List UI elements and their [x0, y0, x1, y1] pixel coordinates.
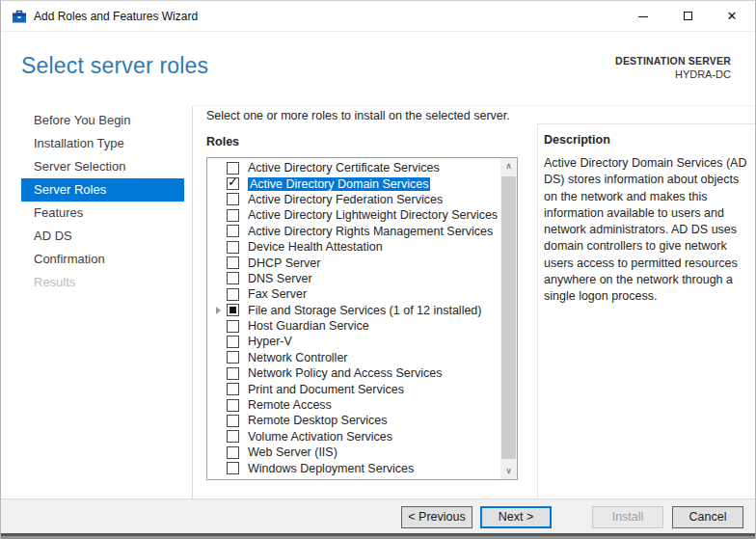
role-label[interactable]: Remote Access [248, 398, 332, 412]
destination-server-label: DESTINATION SERVER [615, 55, 731, 67]
role-checkbox[interactable] [227, 351, 239, 364]
role-label[interactable]: Active Directory Lightweight Directory S… [248, 208, 498, 222]
roles-list-label: Roles [206, 135, 239, 148]
scroll-up-icon[interactable]: ∧ [500, 158, 517, 175]
role-checkbox[interactable] [227, 241, 239, 254]
server-manager-wizard-icon [12, 9, 27, 24]
role-checkbox[interactable] [227, 336, 239, 348]
title-bar: Add Roles and Features Wizard ✕ [1, 1, 755, 32]
header-divider [193, 105, 756, 106]
role-checkbox[interactable] [227, 256, 239, 269]
role-label[interactable]: Active Directory Certificate Services [248, 161, 440, 175]
role-checkbox[interactable] [227, 193, 239, 205]
scroll-down-icon[interactable]: ∨ [500, 463, 517, 479]
role-checkbox[interactable] [227, 430, 239, 443]
role-row-print-and-document-services[interactable]: Print and Document Services [207, 381, 500, 396]
role-row-active-directory-lightweight-directory-services[interactable]: Active Directory Lightweight Directory S… [207, 207, 500, 223]
role-row-file-and-storage-services-1-of-12-installed[interactable]: File and Storage Services (1 of 12 insta… [207, 303, 500, 318]
role-checkbox[interactable] [227, 399, 239, 412]
role-checkbox[interactable] [227, 304, 239, 316]
role-label[interactable]: Print and Document Services [248, 383, 404, 396]
role-row-host-guardian-service[interactable]: Host Guardian Service [207, 318, 500, 334]
scrollbar-thumb[interactable] [501, 176, 516, 459]
role-row-active-directory-federation-services[interactable]: Active Directory Federation Services [207, 192, 500, 207]
role-row-active-directory-domain-services[interactable]: ✓Active Directory Domain Services [207, 175, 500, 191]
role-row-network-controller[interactable]: Network Controller [207, 350, 500, 365]
role-checkbox[interactable] [227, 320, 239, 333]
role-checkbox[interactable] [227, 209, 239, 222]
role-row-remote-desktop-services[interactable]: Remote Desktop Services [207, 413, 500, 428]
role-row-web-server-iis[interactable]: Web Server (IIS) [207, 445, 500, 460]
minimize-button[interactable] [622, 1, 664, 32]
cancel-button[interactable]: Cancel [672, 506, 743, 528]
role-row-volume-activation-services[interactable]: Volume Activation Services [207, 429, 500, 445]
minimize-icon [638, 16, 648, 17]
previous-button[interactable]: < Previous [401, 506, 472, 528]
role-label[interactable]: Active Directory Rights Management Servi… [248, 225, 493, 238]
sidebar-item-ad-ds[interactable]: AD DS [1, 225, 192, 248]
role-checkbox[interactable] [227, 446, 239, 459]
role-row-dns-server[interactable]: DNS Server [207, 271, 500, 286]
window-title: Add Roles and Features Wizard [34, 1, 198, 32]
role-label[interactable]: DHCP Server [248, 256, 320, 270]
role-row-hyper-v[interactable]: Hyper-V [207, 334, 500, 349]
sidebar-item-confirmation[interactable]: Confirmation [1, 248, 192, 271]
checkmark-icon: ✓ [228, 175, 238, 188]
role-row-network-policy-and-access-services[interactable]: Network Policy and Access Services [207, 365, 500, 381]
sidebar-item-server-selection[interactable]: Server Selection [1, 155, 192, 178]
roles-list: Active Directory Certificate Services✓Ac… [207, 158, 500, 479]
role-label[interactable]: Network Controller [248, 351, 348, 364]
page-title: Select server roles [21, 53, 208, 79]
role-label[interactable]: DNS Server [248, 272, 312, 285]
destination-server-block: DESTINATION SERVER HYDRA-DC [615, 55, 731, 80]
role-row-fax-server[interactable]: Fax Server [207, 286, 500, 302]
role-checkbox[interactable] [227, 225, 239, 237]
role-label[interactable]: Device Health Attestation [248, 240, 383, 254]
sidebar-item-installation-type[interactable]: Installation Type [1, 132, 192, 155]
description-top-divider [537, 123, 756, 124]
roles-scrollbar[interactable]: ∧ ∨ [500, 158, 517, 479]
description-heading: Description [544, 133, 610, 147]
role-checkbox[interactable] [227, 415, 239, 427]
role-label[interactable]: Active Directory Domain Services [248, 177, 430, 191]
install-button: Install [592, 506, 663, 528]
role-row-active-directory-rights-management-services[interactable]: Active Directory Rights Management Servi… [207, 224, 500, 239]
role-label[interactable]: Active Directory Federation Services [248, 193, 443, 206]
maximize-button[interactable] [666, 1, 709, 32]
role-checkbox[interactable]: ✓ [227, 177, 239, 190]
description-text: Active Directory Domain Services (AD DS)… [544, 155, 747, 306]
role-label[interactable]: Volume Activation Services [248, 430, 392, 444]
role-label[interactable]: Hyper-V [248, 335, 292, 348]
role-label[interactable]: Network Policy and Access Services [248, 366, 442, 380]
role-row-windows-deployment-services[interactable]: Windows Deployment Services [207, 460, 500, 475]
role-label[interactable]: Fax Server [248, 287, 307, 301]
sidebar-item-server-roles[interactable]: Server Roles [21, 178, 184, 202]
role-checkbox[interactable] [227, 162, 239, 175]
description-left-divider [537, 123, 538, 499]
role-label[interactable]: Remote Desktop Services [248, 414, 388, 427]
sidebar-divider [192, 106, 193, 499]
sidebar-item-before-you-begin[interactable]: Before You Begin [1, 109, 192, 132]
role-label[interactable]: Host Guardian Service [248, 319, 369, 333]
wizard-steps: Before You BeginInstallation TypeServer … [1, 109, 192, 294]
role-label[interactable]: Web Server (IIS) [248, 445, 338, 459]
destination-server-name: HYDRA-DC [615, 68, 731, 80]
role-row-remote-access[interactable]: Remote Access [207, 397, 500, 413]
sidebar-item-results: Results [1, 271, 192, 294]
role-checkbox[interactable] [227, 462, 239, 474]
role-checkbox[interactable] [227, 383, 239, 395]
role-checkbox[interactable] [227, 367, 239, 380]
sidebar-item-features[interactable]: Features [1, 202, 192, 225]
role-checkbox[interactable] [227, 272, 239, 284]
role-row-dhcp-server[interactable]: DHCP Server [207, 255, 500, 270]
role-checkbox[interactable] [227, 288, 239, 301]
role-label[interactable]: File and Storage Services (1 of 12 insta… [248, 304, 482, 317]
instruction-text: Select one or more roles to install on t… [206, 109, 510, 122]
role-row-device-health-attestation[interactable]: Device Health Attestation [207, 239, 500, 255]
expander-arrow-icon[interactable] [216, 307, 221, 314]
role-label[interactable]: Windows Deployment Services [248, 462, 414, 475]
role-row-active-directory-certificate-services[interactable]: Active Directory Certificate Services [207, 160, 500, 175]
add-roles-wizard-window: Add Roles and Features Wizard ✕ Select s… [0, 0, 756, 539]
next-button[interactable]: Next > [480, 506, 552, 528]
close-button[interactable]: ✕ [711, 1, 753, 32]
